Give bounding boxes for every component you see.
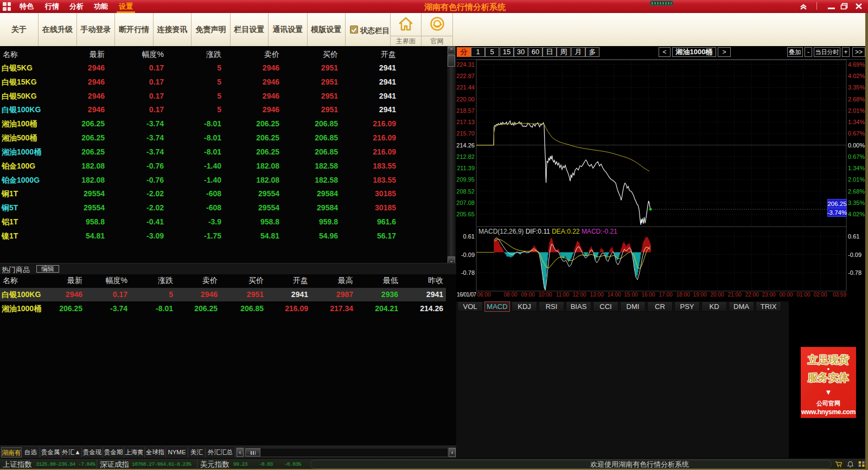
svg-text:1.34%: 1.34%: [848, 119, 865, 125]
svg-text:08:00: 08:00: [503, 292, 517, 298]
svg-text:0.67%: 0.67%: [848, 153, 865, 160]
svg-text:16/01/07: 16/01/07: [457, 292, 477, 298]
svg-text:06:00: 06:00: [477, 292, 490, 298]
svg-text:0.67%: 0.67%: [848, 130, 865, 137]
svg-text:MACD(12,26,9) DIF:0.11 DEA:0.2: MACD(12,26,9) DIF:0.11 DEA:0.22 MACD:-0.…: [478, 228, 617, 235]
svg-text:0.61: 0.61: [463, 233, 475, 240]
svg-text:212.82: 212.82: [456, 153, 475, 160]
svg-text:2.01%: 2.01%: [848, 176, 865, 183]
svg-text:-3.74%: -3.74%: [827, 209, 847, 216]
svg-text:03:59: 03:59: [833, 292, 846, 298]
svg-text:22:00: 22:00: [745, 292, 758, 298]
svg-text:-0.09: -0.09: [461, 252, 475, 258]
svg-text:211.39: 211.39: [457, 165, 475, 171]
svg-text:218.57: 218.57: [456, 107, 475, 114]
svg-text:12:00: 12:00: [572, 292, 586, 298]
svg-text:4.69%: 4.69%: [848, 61, 865, 68]
svg-text:21:00: 21:00: [727, 292, 741, 298]
svg-text:208.52: 208.52: [456, 188, 475, 195]
svg-text:220.00: 220.00: [456, 96, 475, 102]
svg-text:207.08: 207.08: [456, 199, 475, 206]
svg-text:2.68%: 2.68%: [848, 188, 865, 195]
svg-text:206.25: 206.25: [827, 201, 846, 207]
svg-text:215.70: 215.70: [456, 130, 475, 137]
svg-text:2.01%: 2.01%: [848, 107, 865, 114]
svg-text:19:00: 19:00: [693, 292, 706, 298]
svg-text:17:00: 17:00: [659, 292, 672, 298]
svg-text:205.65: 205.65: [456, 211, 475, 217]
svg-text:-0.78: -0.78: [848, 269, 861, 276]
svg-text:217.13: 217.13: [456, 119, 475, 125]
svg-text:00:00: 00:00: [779, 292, 793, 298]
svg-text:10:00: 10:00: [538, 292, 552, 298]
svg-text:0.61: 0.61: [848, 233, 859, 240]
svg-text:23:00: 23:00: [762, 292, 775, 298]
svg-text:214.26: 214.26: [456, 142, 475, 149]
svg-text:09:00: 09:00: [521, 292, 534, 298]
svg-text:14:00: 14:00: [607, 292, 621, 298]
svg-text:02:00: 02:00: [813, 292, 827, 298]
svg-text:222.87: 222.87: [456, 73, 475, 79]
svg-text:4.02%: 4.02%: [848, 211, 865, 217]
svg-text:11:00: 11:00: [556, 292, 570, 298]
svg-text:221.44: 221.44: [456, 84, 475, 91]
svg-text:0.00%: 0.00%: [848, 142, 865, 149]
svg-text:-0.09: -0.09: [848, 252, 861, 258]
svg-text:16:00: 16:00: [641, 292, 655, 298]
svg-text:01:00: 01:00: [796, 292, 810, 298]
svg-text:1.34%: 1.34%: [848, 165, 865, 171]
svg-text:-0.78: -0.78: [461, 269, 475, 276]
svg-text:15:00: 15:00: [624, 292, 637, 298]
svg-text:3.35%: 3.35%: [848, 84, 865, 91]
svg-text:13:00: 13:00: [590, 292, 603, 298]
svg-text:4.02%: 4.02%: [848, 73, 865, 79]
svg-text:224.31: 224.31: [456, 61, 475, 68]
svg-text:18:00: 18:00: [676, 292, 690, 298]
svg-text:2.68%: 2.68%: [848, 96, 865, 102]
svg-text:3.35%: 3.35%: [848, 199, 865, 206]
svg-text:20:00: 20:00: [710, 292, 724, 298]
svg-text:209.95: 209.95: [456, 176, 475, 183]
